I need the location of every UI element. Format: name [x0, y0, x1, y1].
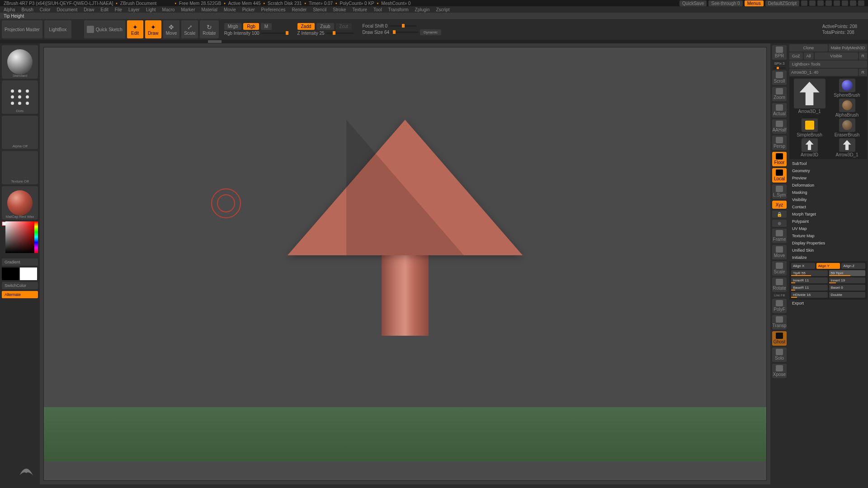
menu-light[interactable]: Light — [146, 7, 156, 12]
rgb-intensity-slider[interactable] — [261, 33, 288, 34]
color-picker[interactable] — [2, 221, 38, 257]
zsub-button[interactable]: Zsub — [316, 23, 334, 30]
menu-zplugin[interactable]: Zplugin — [415, 7, 430, 12]
local-button[interactable]: Local — [772, 168, 787, 183]
dynamic-button[interactable]: Dynamic — [420, 29, 441, 35]
solo-button[interactable]: Solo — [772, 347, 787, 362]
color-saturation-field[interactable] — [5, 221, 34, 253]
section-morph-target[interactable]: Morph Target — [789, 211, 867, 218]
brush-tile[interactable]: Standard — [2, 45, 38, 79]
menu-stencil[interactable]: Stencil — [313, 7, 326, 12]
edit-button[interactable]: ✦Edit — [127, 20, 143, 38]
draw-size-label[interactable]: Draw Size 64 — [363, 30, 389, 35]
quicksave-button[interactable]: QuickSave — [679, 0, 707, 6]
window-icon-2[interactable] — [809, 0, 816, 6]
section-contact[interactable]: Contact — [789, 203, 867, 211]
aahalf-button[interactable]: AAHalf — [772, 119, 787, 134]
menu-marker[interactable]: Marker — [181, 7, 195, 12]
menu-texture[interactable]: Texture — [352, 7, 367, 12]
window-icon-1[interactable] — [801, 0, 807, 6]
z-intensity-label[interactable]: Z Intensity 25 — [297, 31, 325, 36]
tool-item-current[interactable]: Arrow3D_1 — [791, 79, 828, 117]
menu-render[interactable]: Render — [292, 7, 307, 12]
lightbox-breadcrumb[interactable]: Lightbox» Tools — [789, 61, 867, 68]
section-display-properties[interactable]: Display Properties — [789, 239, 867, 247]
goz-r-button[interactable]: R — [859, 52, 868, 60]
section-geometry[interactable]: Geometry — [789, 167, 867, 174]
draw-size-slider[interactable] — [391, 32, 418, 33]
clone-button[interactable]: Clone — [789, 44, 828, 52]
menu-macro[interactable]: Macro — [162, 7, 175, 12]
lightbox-button[interactable]: LightBox — [44, 20, 71, 38]
m-button[interactable]: M — [261, 23, 272, 30]
tipr-slider[interactable]: TipR 55 — [791, 270, 828, 276]
menu-material[interactable]: Material — [202, 7, 218, 12]
window-icon-4[interactable] — [826, 0, 832, 6]
section-masking[interactable]: Masking — [789, 189, 867, 196]
section-preview[interactable]: Preview — [789, 174, 867, 182]
section-deformation[interactable]: Deformation — [789, 182, 867, 189]
section-subtool[interactable]: SubTool — [789, 160, 867, 167]
baser-slider[interactable]: BaseR 11 — [791, 285, 828, 291]
menus-button[interactable]: Menus — [745, 0, 764, 6]
rgb-button[interactable]: Rgb — [243, 23, 259, 30]
menu-transform[interactable]: Transform — [388, 7, 408, 12]
move-nav-button[interactable]: Move — [772, 245, 787, 259]
rgb-intensity-label[interactable]: Rgb Intensity 100 — [224, 31, 259, 36]
hdivide-slider[interactable]: HDivide 16 — [791, 292, 828, 298]
innerl-slider[interactable]: InnerI 19 — [829, 277, 866, 283]
persp-button[interactable]: Persp — [772, 136, 787, 150]
align-x-button[interactable]: Align X — [791, 263, 815, 269]
window-icon-3[interactable] — [817, 0, 824, 6]
rotate-nav-button[interactable]: Rotate — [772, 277, 787, 292]
xyz-button[interactable]: Xyz — [772, 201, 787, 209]
menu-picker[interactable]: Picker — [242, 7, 255, 12]
window-icon-5[interactable] — [834, 0, 840, 6]
xpose-button[interactable]: Xpose — [772, 364, 787, 378]
section-visibility[interactable]: Visibility — [789, 196, 867, 203]
scale-nav-button[interactable]: Scale — [772, 261, 787, 276]
zcut-button[interactable]: Zcut — [336, 23, 352, 30]
canvas-area[interactable] — [40, 43, 770, 484]
alpha-tile[interactable]: Alpha Off — [2, 116, 38, 149]
menu-draw[interactable]: Draw — [84, 7, 94, 12]
material-tile[interactable]: MatCap Red Wax — [2, 186, 38, 220]
align-z-button[interactable]: Align Z — [841, 263, 865, 269]
section-texture-map[interactable]: Texture Map — [789, 232, 867, 239]
tool-item-spherebrush[interactable]: SphereBrush — [829, 79, 865, 98]
tool-item-arrow3d[interactable]: Arrow3D — [791, 138, 828, 157]
menu-edit[interactable]: Edit — [101, 7, 108, 12]
frame-button[interactable]: Frame — [772, 229, 787, 243]
scroll-button[interactable]: Scroll — [772, 70, 787, 85]
section-unified-skin[interactable]: Unified Skin — [789, 247, 867, 254]
polyf-button[interactable]: PolyF — [772, 299, 787, 313]
projection-master-button[interactable]: Projection Master — [2, 20, 42, 38]
quicksketch-button[interactable]: Quick Sketch — [84, 20, 125, 38]
tool-item-simplebrush[interactable]: SimpleBrush — [791, 118, 828, 137]
goz-button[interactable]: GoZ — [789, 52, 803, 60]
menu-tool[interactable]: Tool — [373, 7, 382, 12]
goz-all-button[interactable]: All — [804, 52, 814, 60]
close-icon[interactable] — [858, 0, 864, 6]
lsym-button[interactable]: L.Sym — [772, 184, 787, 199]
defaultscript-button[interactable]: DefaultZScript — [765, 0, 799, 6]
transp-button[interactable]: Transp — [772, 315, 787, 329]
innerr-slider[interactable]: InnerR 11 — [791, 277, 828, 283]
align-y-button[interactable]: Align Y — [816, 263, 840, 269]
ghost-button[interactable]: Ghost — [772, 331, 787, 346]
z-intensity-slider[interactable] — [326, 33, 354, 34]
maximize-icon[interactable] — [850, 0, 856, 6]
focal-shift-label[interactable]: Focal Shift 0 — [363, 23, 388, 28]
switchcolor-button[interactable]: SwitchColor — [2, 282, 38, 289]
make-polymesh-button[interactable]: Make PolyMesh3D — [829, 44, 867, 52]
stroke-tile[interactable]: Dots — [2, 80, 38, 114]
bpr-button[interactable]: BPR — [772, 45, 787, 60]
menu-brush[interactable]: Brush — [22, 7, 33, 12]
menu-zscript[interactable]: Zscript — [436, 7, 449, 12]
tool-name[interactable]: Arrow3D_1. 40 — [789, 69, 858, 76]
tool-item-eraserbrush[interactable]: EraserBrush — [829, 118, 865, 137]
tool-r-button[interactable]: R — [859, 69, 868, 76]
document-scrollbar[interactable] — [0, 40, 868, 43]
section-polypaint[interactable]: Polypaint — [789, 218, 867, 225]
basei-slider[interactable]: BaseI 0 — [829, 285, 866, 291]
